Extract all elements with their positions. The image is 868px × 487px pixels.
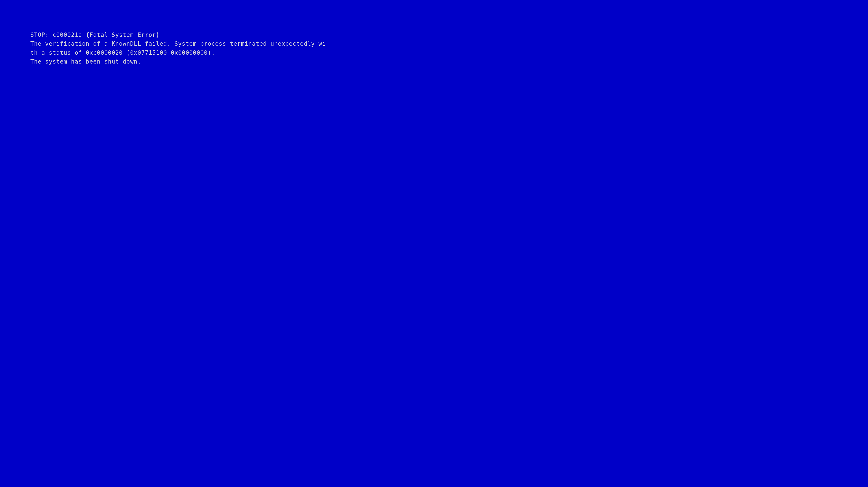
bsod-screen: STOP: c000021a {Fatal System Error} The …	[0, 0, 868, 487]
bsod-message: STOP: c000021a {Fatal System Error} The …	[30, 30, 838, 66]
